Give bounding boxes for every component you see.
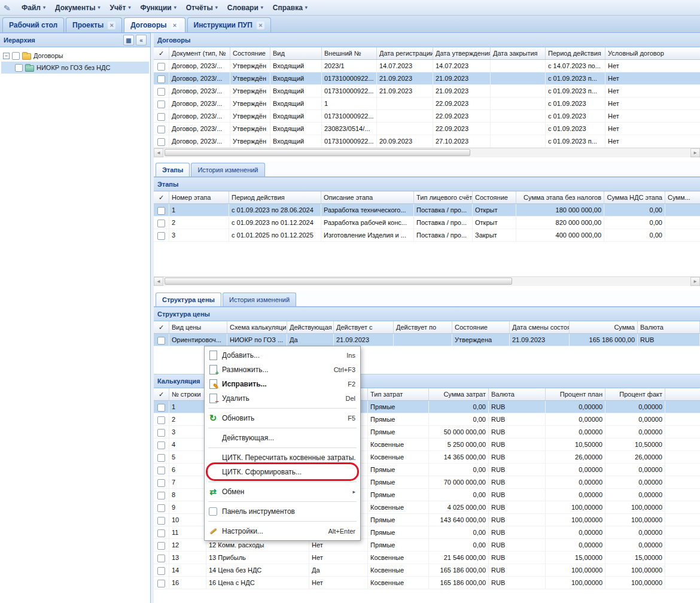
expander-icon[interactable]: − (3, 53, 10, 59)
menubar-item-1[interactable]: Документы▾ (50, 1, 105, 14)
column-header[interactable]: Документ (тип, № (169, 47, 230, 59)
row-checkbox[interactable] (157, 100, 165, 108)
table-row[interactable]: Договор, 2023/...УтверждёнВходящий230823… (154, 123, 700, 135)
menubar-item-4[interactable]: Отчёты▾ (181, 1, 223, 14)
row-checkbox[interactable] (157, 63, 165, 71)
column-header[interactable]: Состояние (473, 191, 516, 203)
column-header[interactable]: Действует с (334, 321, 394, 333)
column-header[interactable]: Вид (270, 47, 322, 59)
tab-1[interactable]: История изменений (191, 163, 264, 176)
row-checkbox[interactable] (157, 479, 165, 487)
scroll-right-button[interactable]: ► (690, 148, 700, 157)
menubar-item-5[interactable]: Словари▾ (223, 1, 268, 14)
scroll-left-button[interactable]: ◄ (154, 277, 163, 286)
tab-0[interactable]: Рабочий стол (2, 17, 64, 32)
row-checkbox[interactable] (157, 126, 165, 133)
row-checkbox[interactable] (157, 529, 165, 537)
column-header[interactable]: Дата утверждения (433, 47, 491, 59)
column-header[interactable]: Дата регистрации (377, 47, 433, 59)
tree-node-contracts[interactable]: − Договоры (1, 50, 149, 62)
column-header[interactable]: Период действия (229, 191, 321, 203)
tab-0[interactable]: Этапы (156, 163, 190, 176)
row-checkbox[interactable] (157, 88, 165, 96)
row-checkbox[interactable] (157, 504, 165, 512)
menu-item-current[interactable]: Действующая... (205, 431, 360, 445)
tab-close-icon[interactable]: × (257, 22, 264, 29)
menu-item-delete[interactable]: УдалитьDel (205, 391, 360, 406)
menubar-item-3[interactable]: Функции▾ (135, 1, 181, 14)
row-checkbox[interactable] (157, 416, 165, 424)
scrollbar-track[interactable] (163, 277, 690, 286)
column-header[interactable]: Действующая (287, 321, 334, 333)
column-header[interactable]: Состояние (452, 321, 510, 333)
row-checkbox[interactable] (157, 567, 165, 575)
scrollbar-track[interactable] (163, 148, 690, 157)
row-checkbox[interactable] (157, 454, 165, 462)
menu-item-citk-recalc[interactable]: ЦИТК. Пересчитать косвенные затраты... (205, 450, 360, 465)
row-checkbox[interactable] (157, 138, 165, 146)
column-header[interactable]: Валюта (489, 388, 546, 400)
column-header[interactable]: № строки (169, 388, 206, 400)
tree-checkbox[interactable] (15, 64, 23, 72)
menu-item-add[interactable]: Добавить...Ins (205, 348, 360, 363)
table-row[interactable]: 1313 ПрибыльНетКосвенные21 546 000,00RUB… (154, 552, 700, 564)
row-checkbox[interactable] (157, 113, 165, 121)
column-header[interactable]: Процент факт (605, 388, 665, 400)
table-row[interactable]: Ориентировоч...НИОКР по ГОЗ ...Да21.09.2… (154, 334, 700, 346)
column-header[interactable] (665, 388, 700, 400)
scrollbar-thumb[interactable] (165, 149, 470, 156)
grid-view-button[interactable]: ▦ (123, 35, 134, 45)
row-checkbox[interactable] (157, 542, 165, 550)
horizontal-scrollbar[interactable]: ◄ ► (154, 148, 700, 157)
scrollbar-thumb[interactable] (165, 278, 512, 285)
table-row[interactable]: 1с 01.09.2023 по 28.06.2024Разработка те… (154, 204, 700, 217)
table-row[interactable]: Договор, 2023/...УтверждёнВходящий2023/1… (154, 60, 700, 72)
table-row[interactable]: 1616 Цена с НДСНетКосвенные165 186 000,0… (154, 577, 700, 589)
column-header[interactable]: ✓ (154, 47, 169, 59)
column-header[interactable]: Схема калькуляци (227, 321, 287, 333)
row-checkbox[interactable] (157, 337, 165, 345)
column-header[interactable]: Сумма затрат (429, 388, 489, 400)
table-row[interactable]: 1414 Цена без НДСДаКосвенные165 186 000,… (154, 564, 700, 577)
menu-item-duplicate[interactable]: Размножить...Ctrl+F3 (205, 363, 360, 377)
row-checkbox[interactable] (157, 429, 165, 437)
column-header[interactable]: Сумм... (665, 191, 700, 203)
column-header[interactable]: ✓ (154, 191, 169, 203)
tab-0[interactable]: Структура цены (156, 293, 221, 306)
row-checkbox[interactable] (157, 555, 165, 562)
column-header[interactable]: Внешний № (322, 47, 377, 59)
column-header[interactable]: Валюта (638, 321, 700, 333)
column-header[interactable]: Сумма (570, 321, 638, 333)
row-checkbox[interactable] (157, 207, 165, 215)
menu-item-refresh[interactable]: ОбновитьF5 (205, 411, 360, 425)
row-checkbox[interactable] (157, 517, 165, 525)
menu-item-toolbar-panel[interactable]: Панель инструментов (205, 504, 360, 519)
menu-item-settings[interactable]: Настройки...Alt+Enter (205, 524, 360, 538)
column-header[interactable]: Период действия (546, 47, 605, 59)
tab-1[interactable]: История изменений (223, 293, 296, 306)
row-checkbox[interactable] (157, 580, 165, 587)
column-header[interactable]: Дата закрытия (491, 47, 546, 59)
menubar-item-0[interactable]: Файл▾ (17, 1, 50, 14)
tab-2[interactable]: Договоры× (124, 17, 185, 32)
column-header[interactable]: Действует по (394, 321, 452, 333)
menu-item-citk-form[interactable]: ЦИТК. Сформировать... (205, 465, 360, 479)
column-header[interactable]: Тип лицевого счёт (414, 191, 473, 203)
tree-checkbox[interactable] (12, 52, 20, 60)
row-checkbox[interactable] (157, 441, 165, 449)
column-header[interactable]: Тип затрат (368, 388, 429, 400)
collapse-panel-button[interactable]: « (136, 35, 147, 45)
tab-close-icon[interactable]: × (171, 22, 179, 29)
menubar-item-2[interactable]: Учёт▾ (105, 1, 135, 14)
row-checkbox[interactable] (157, 75, 165, 83)
column-header[interactable]: ✓ (154, 321, 169, 333)
menu-item-edit[interactable]: Исправить...F2 (205, 377, 360, 391)
column-header[interactable]: Условный договор (605, 47, 700, 59)
table-row[interactable]: Договор, 2023/...УтверждёнВходящий017310… (154, 85, 700, 98)
menu-item-exchange[interactable]: Обмен▸ (205, 485, 360, 499)
row-checkbox[interactable] (157, 404, 165, 412)
column-header[interactable]: Описание этапа (321, 191, 414, 203)
tree-node-niokr[interactable]: НИОКР по ГОЗ без НДС (1, 62, 149, 74)
tab-close-icon[interactable]: × (108, 22, 115, 29)
tab-1[interactable]: Проекты× (66, 17, 122, 32)
